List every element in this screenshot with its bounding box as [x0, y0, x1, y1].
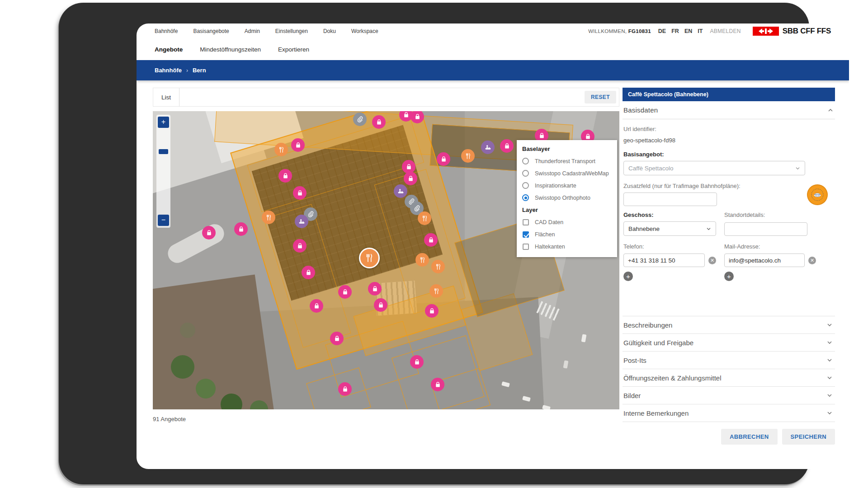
- bag-marker[interactable]: [437, 152, 450, 166]
- radio-icon[interactable]: [522, 158, 529, 164]
- clear-mail-button[interactable]: ✕: [808, 257, 816, 264]
- section-bilder[interactable]: Bilder: [623, 387, 835, 404]
- lang-en[interactable]: EN: [684, 28, 692, 34]
- nav-item-admin[interactable]: Admin: [245, 28, 260, 34]
- bag-marker[interactable]: [431, 378, 444, 391]
- section-öffnungszeiten-zahlungsmittel[interactable]: Öffnungszeiten & Zahlungsmittel: [623, 369, 835, 387]
- checkbox-icon[interactable]: [523, 231, 529, 238]
- bag-marker[interactable]: [338, 382, 352, 396]
- bag-marker[interactable]: [302, 266, 315, 279]
- save-button[interactable]: SPEICHERN: [782, 429, 835, 445]
- layer-option-flächen[interactable]: Flächen: [522, 228, 617, 240]
- fork-marker[interactable]: [359, 248, 380, 268]
- zoom-in-button[interactable]: +: [158, 117, 169, 128]
- section-beschreibungen[interactable]: Beschreibungen: [623, 316, 835, 334]
- bag-marker[interactable]: [500, 139, 514, 153]
- fork-marker[interactable]: [415, 253, 429, 267]
- zoom-slider-handle[interactable]: [159, 149, 168, 154]
- zusatzfeld-input[interactable]: [623, 192, 717, 206]
- chevron-down-icon: [827, 376, 832, 380]
- bag-marker[interactable]: [278, 169, 292, 183]
- logout-link[interactable]: ABMELDEN: [710, 28, 741, 34]
- tab-exportieren[interactable]: Exportieren: [278, 46, 309, 53]
- desk-marker[interactable]: [295, 215, 308, 228]
- section-post-its[interactable]: Post-Its: [623, 352, 835, 369]
- radio-icon[interactable]: [522, 182, 529, 189]
- bag-marker[interactable]: [410, 111, 424, 123]
- telefon-input[interactable]: [623, 253, 705, 267]
- fork-marker[interactable]: [429, 284, 443, 298]
- basisdaten-body: Url identifier: geo-spettacolo-fd98 Basi…: [623, 119, 835, 281]
- bag-marker[interactable]: [374, 298, 387, 312]
- nav-right: WILLKOMMEN, FG10831 DEFRENIT ABMELDEN SB…: [588, 27, 831, 36]
- layer-option-cad-daten[interactable]: CAD Daten: [522, 216, 617, 228]
- list-tab[interactable]: List: [153, 88, 179, 106]
- cancel-button[interactable]: ABBRECHEN: [721, 429, 778, 445]
- bag-marker[interactable]: [202, 226, 216, 239]
- zusatzfeld-label: Zusatzfeld (nur für Trafimage Bahnhofplä…: [623, 183, 741, 189]
- nav-item-workspace[interactable]: Workspace: [351, 28, 378, 34]
- bag-marker[interactable]: [372, 115, 386, 129]
- layer-option-haltekanten[interactable]: Haltekanten: [522, 240, 617, 253]
- nav-item-doku[interactable]: Doku: [323, 28, 336, 34]
- fork-marker[interactable]: [274, 143, 288, 156]
- radio-icon[interactable]: [522, 194, 529, 201]
- bag-marker[interactable]: [310, 299, 323, 313]
- baselayer-option-thunderforest-transport[interactable]: Thunderforest Transport: [522, 155, 617, 167]
- chevron-down-icon: [827, 394, 832, 397]
- baselayer-option-swisstopo-orthophoto[interactable]: Swisstopo Orthophoto: [522, 192, 617, 204]
- bag-marker[interactable]: [293, 186, 307, 200]
- bag-marker[interactable]: [425, 304, 439, 318]
- breadcrumb-root[interactable]: Bahnhöfe: [155, 67, 182, 74]
- baselayer-option-swisstopo-cadastralwebmap[interactable]: Swisstopo CadastralWebMap: [522, 167, 617, 179]
- desk-marker[interactable]: [481, 141, 495, 154]
- bag-marker[interactable]: [330, 332, 344, 345]
- fork-marker[interactable]: [262, 211, 275, 224]
- standortdetails-input[interactable]: [724, 222, 807, 236]
- bag-marker[interactable]: [404, 172, 417, 185]
- bag-marker[interactable]: [234, 222, 248, 236]
- caffe-spettacolo-logo: [807, 184, 828, 205]
- nav-item-bahnhöfe[interactable]: Bahnhöfe: [155, 28, 178, 34]
- bag-marker[interactable]: [338, 285, 352, 299]
- geschoss-select[interactable]: Bahnebene: [623, 221, 716, 236]
- reset-button[interactable]: RESET: [585, 91, 616, 103]
- map[interactable]: + − Baselayer Thunderforest Transport Sw…: [153, 111, 619, 409]
- add-mail-button[interactable]: +: [724, 272, 734, 281]
- tab-mindestöffnungszeiten[interactable]: Mindestöffnungszeiten: [200, 46, 261, 53]
- bag-marker[interactable]: [410, 355, 424, 369]
- lang-fr[interactable]: FR: [671, 28, 679, 34]
- basisangebot-select[interactable]: Caffè Spettacolo: [623, 161, 805, 175]
- map-toolbar: List RESET: [153, 88, 619, 107]
- fork-marker[interactable]: [418, 211, 431, 225]
- bag-marker[interactable]: [293, 239, 307, 253]
- nav-item-basisangebote[interactable]: Basisangebote: [193, 28, 229, 34]
- fork-marker[interactable]: [431, 260, 445, 273]
- baselayer-option-inspirationskarte[interactable]: Inspirationskarte: [522, 179, 617, 192]
- radio-icon[interactable]: [522, 170, 529, 177]
- main-nav: BahnhöfeBasisangeboteAdminEinstellungenD…: [155, 28, 378, 34]
- url-identifier-value: geo-spettacolo-fd98: [623, 137, 834, 144]
- clip-marker[interactable]: [353, 113, 367, 126]
- bag-marker[interactable]: [368, 282, 382, 296]
- basisdaten-label: Basisdaten: [623, 106, 658, 114]
- nav-item-einstellungen[interactable]: Einstellungen: [275, 28, 308, 34]
- bag-marker[interactable]: [424, 233, 438, 247]
- checkbox-icon[interactable]: [523, 219, 529, 225]
- section-gültigkeit-und-freigabe[interactable]: Gültigkeit und Freigabe: [623, 334, 835, 352]
- mail-input[interactable]: [724, 253, 805, 267]
- section-interne-bemerkungen[interactable]: Interne Bemerkungen: [623, 404, 835, 422]
- clear-telefon-button[interactable]: ✕: [708, 257, 716, 264]
- bag-marker[interactable]: [291, 138, 305, 152]
- fork-marker[interactable]: [461, 149, 475, 163]
- zoom-out-button[interactable]: −: [158, 215, 169, 226]
- lang-it[interactable]: IT: [698, 28, 703, 34]
- layer-panel: Baselayer Thunderforest Transport Swisst…: [517, 140, 617, 257]
- checkbox-icon[interactable]: [523, 244, 529, 250]
- lang-de[interactable]: DE: [658, 28, 666, 34]
- tab-angebote[interactable]: Angebote: [155, 46, 183, 53]
- basisdaten-section-header[interactable]: Basisdaten: [623, 101, 835, 119]
- add-telefon-button[interactable]: +: [623, 272, 633, 281]
- desk-marker[interactable]: [394, 184, 407, 198]
- map-column: List RESET: [153, 88, 619, 469]
